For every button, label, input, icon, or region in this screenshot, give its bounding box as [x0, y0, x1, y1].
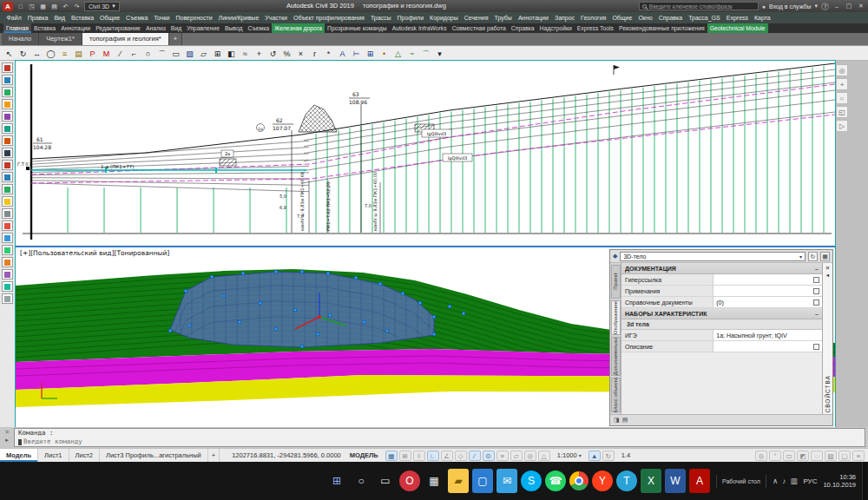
- signin-chevron-icon[interactable]: ▾: [814, 3, 818, 10]
- side-tool-icon[interactable]: [2, 123, 13, 134]
- side-tool-icon[interactable]: [2, 99, 13, 109]
- alignment-icon[interactable]: ~: [405, 47, 418, 60]
- telegram-icon[interactable]: T: [616, 470, 637, 491]
- toolbar-options-icon[interactable]: ▾: [433, 47, 446, 60]
- command-box[interactable]: Команда : Введите команду: [14, 428, 865, 447]
- transparency-icon[interactable]: ▱: [510, 451, 523, 461]
- grip[interactable]: [462, 312, 465, 315]
- menubar-item[interactable]: Съемка: [123, 15, 151, 21]
- isolate-objects-icon[interactable]: ◌: [811, 451, 823, 461]
- file-tab[interactable]: Чертеж1*: [39, 33, 82, 45]
- pan-tool-icon[interactable]: +: [836, 78, 848, 90]
- open-icon[interactable]: ◳: [27, 2, 36, 11]
- ribbon-tab[interactable]: Справка: [509, 23, 537, 33]
- grip[interactable]: [363, 320, 366, 324]
- clean-screen-icon[interactable]: ▢: [838, 451, 851, 461]
- grip[interactable]: [238, 320, 241, 324]
- annotation-scale-value[interactable]: 1.4: [621, 451, 630, 459]
- grip[interactable]: [418, 301, 422, 305]
- annotation-autoscale-icon[interactable]: ↻: [602, 451, 615, 461]
- hatch-icon[interactable]: ▨: [183, 47, 196, 60]
- object-type-select[interactable]: 3D-тело ▾: [620, 252, 806, 261]
- redo-icon[interactable]: ↷: [72, 2, 82, 11]
- point-icon[interactable]: •: [378, 47, 391, 60]
- ribbon-tab[interactable]: Вид: [168, 23, 184, 33]
- arc-icon[interactable]: ⌒: [155, 47, 168, 60]
- side-tool-icon[interactable]: [2, 135, 13, 146]
- grip[interactable]: [168, 329, 172, 332]
- text-icon[interactable]: A: [336, 47, 349, 60]
- file-explorer-icon[interactable]: ▰: [448, 469, 469, 493]
- menubar-item[interactable]: Профили: [394, 15, 426, 21]
- ribbon-tab[interactable]: Вывод: [222, 23, 246, 33]
- plot-icon[interactable]: ▤: [49, 2, 59, 11]
- explode-icon[interactable]: *: [322, 47, 335, 60]
- collapse-icon[interactable]: –: [815, 311, 819, 317]
- app-icon-opera[interactable]: O: [399, 470, 420, 491]
- pan-icon[interactable]: ↔: [30, 47, 43, 60]
- palette-settings-icon[interactable]: ◨: [614, 417, 620, 424]
- ribbon-tab[interactable]: Рекомендованные приложения: [616, 23, 707, 33]
- search-button[interactable]: ○: [351, 469, 372, 493]
- ribbon-tab[interactable]: Geotechnical Module: [707, 23, 768, 33]
- menubar-item[interactable]: Геология: [578, 15, 609, 21]
- palette-list-icon[interactable]: ▤: [622, 417, 628, 424]
- grip[interactable]: [210, 275, 214, 279]
- showmotion-icon[interactable]: ▷: [836, 120, 848, 132]
- ribbon-tab[interactable]: Редактирование: [93, 23, 143, 33]
- side-tool-icon[interactable]: [2, 148, 13, 158]
- isodraft-icon[interactable]: ◇: [455, 451, 467, 461]
- start-button[interactable]: ⊞: [326, 469, 347, 493]
- new-drawing-tab-button[interactable]: +: [169, 33, 182, 45]
- zoom-window-icon[interactable]: ◯: [44, 47, 57, 60]
- ortho-icon[interactable]: ∟: [427, 451, 439, 461]
- property-edit-box[interactable]: [813, 344, 819, 350]
- command-recent-icon[interactable]: ▸: [2, 437, 12, 444]
- menubar-item[interactable]: Точки: [151, 15, 173, 21]
- ribbon-tab[interactable]: Express Tools: [575, 23, 616, 33]
- ribbon-tab[interactable]: Съемка: [246, 23, 273, 33]
- menubar-item[interactable]: Общие: [97, 15, 123, 21]
- side-tool-icon[interactable]: [2, 220, 13, 231]
- application-menu-button[interactable]: A: [3, 2, 13, 11]
- grip[interactable]: [432, 315, 436, 319]
- file-tab[interactable]: топография и геология*: [82, 33, 169, 45]
- selection-cycling-icon[interactable]: ◎: [524, 451, 536, 461]
- menubar-item[interactable]: Вставка: [69, 15, 97, 21]
- palette-side-tab[interactable]: Отображение: [611, 300, 621, 335]
- palette-title[interactable]: СВОЙСТВА: [825, 372, 831, 412]
- side-tool-icon[interactable]: [2, 184, 13, 194]
- menubar-item[interactable]: Правка: [24, 15, 51, 21]
- side-tool-icon[interactable]: [2, 269, 13, 280]
- menubar-item[interactable]: Вид: [51, 15, 69, 21]
- palette-section-header[interactable]: ДОКУМЕНТАЦИЯ–: [621, 263, 822, 274]
- grip[interactable]: [378, 282, 382, 286]
- mirror-icon[interactable]: ◧: [225, 47, 238, 60]
- help-search-input[interactable]: Введите ключевое слово/фразу: [639, 2, 759, 10]
- property-value[interactable]: 1а; Насыпной грунт; tQIV: [713, 330, 822, 340]
- menubar-item[interactable]: Коридоры: [427, 15, 462, 21]
- fillet-icon[interactable]: r: [308, 47, 321, 60]
- dynamic-ucs-icon[interactable]: △: [538, 451, 550, 461]
- ribbon-tab[interactable]: Прозрачные команды: [325, 23, 390, 33]
- grip[interactable]: [274, 270, 278, 273]
- grip[interactable]: [274, 327, 278, 331]
- ribbon-tab[interactable]: Вставка: [31, 23, 58, 33]
- table-icon[interactable]: ⊞: [364, 47, 377, 60]
- grip[interactable]: [187, 324, 191, 327]
- command-customize-icon[interactable]: ≡: [2, 429, 12, 435]
- save-icon[interactable]: ▦: [38, 2, 48, 11]
- offset-icon[interactable]: ≈: [239, 47, 252, 60]
- palette-side-tab[interactable]: Класс объекта: [611, 378, 621, 412]
- infer-constraints-icon[interactable]: ◊: [413, 451, 425, 461]
- minimize-button[interactable]: –: [832, 3, 841, 10]
- layer-states-icon[interactable]: ▤: [72, 47, 85, 60]
- undo-icon[interactable]: ↶: [61, 2, 70, 11]
- file-tab[interactable]: Начало: [2, 33, 39, 45]
- side-tool-icon[interactable]: [2, 196, 13, 207]
- tray-chevron-icon[interactable]: ∧: [773, 477, 778, 485]
- ribbon-tab[interactable]: Надстройки: [537, 23, 575, 33]
- menubar-item[interactable]: Запрос: [551, 15, 577, 21]
- grip[interactable]: [448, 305, 451, 308]
- side-tool-icon[interactable]: [2, 245, 13, 255]
